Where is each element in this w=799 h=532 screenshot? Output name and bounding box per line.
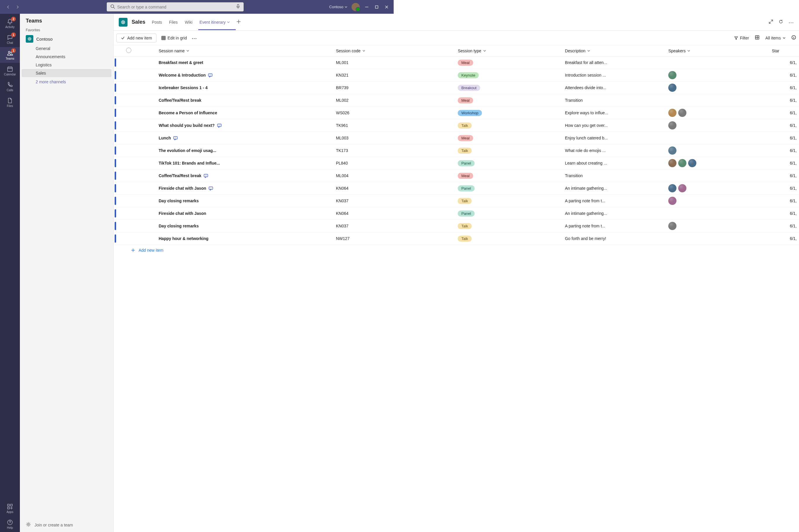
channel-item[interactable]: Logistics xyxy=(20,61,113,69)
overflow-icon[interactable] xyxy=(191,36,197,40)
session-code: KN064 xyxy=(334,207,394,220)
table-row[interactable]: Welcome & Introduction KN321KeynoteIntro… xyxy=(113,69,394,81)
session-name: Become a Person of Influence xyxy=(159,111,217,115)
comments-icon[interactable] xyxy=(208,187,213,191)
search-input[interactable] xyxy=(117,5,236,10)
table-row[interactable]: Happy hour & networkingNW127TalkGo forth… xyxy=(113,232,394,245)
rail-item-teams[interactable]: Teams1 xyxy=(0,47,20,63)
edit-in-grid-button[interactable]: Edit in grid xyxy=(161,36,187,40)
rail-item-calendar[interactable]: Calendar xyxy=(0,63,20,79)
svg-point-65 xyxy=(210,188,210,188)
search-box[interactable] xyxy=(107,2,244,12)
nav-forward-icon[interactable] xyxy=(14,3,21,11)
rail-item-chat[interactable]: Chat1 xyxy=(0,31,20,47)
row-accent xyxy=(115,58,116,66)
check-icon xyxy=(121,36,125,40)
comments-icon[interactable] xyxy=(217,124,222,128)
org-switcher[interactable]: Contoso xyxy=(329,5,348,9)
table-row[interactable]: Become a Person of InfluenceWS026Worksho… xyxy=(113,107,394,119)
session-name: Icebreaker Sessions 1 - 4 xyxy=(159,86,207,90)
session-code: KN037 xyxy=(334,195,394,207)
channel-item[interactable]: Sales xyxy=(22,69,111,77)
channel-name: Sales xyxy=(132,19,145,25)
svg-rect-5 xyxy=(375,5,378,8)
col-session-code[interactable]: Session code xyxy=(334,45,394,56)
row-accent xyxy=(115,234,116,243)
row-accent xyxy=(115,184,116,192)
add-tab-button[interactable] xyxy=(236,19,241,25)
tab-label: Event itinerary xyxy=(200,20,225,24)
svg-point-67 xyxy=(211,188,212,188)
tab-event-itinerary[interactable]: Event itinerary xyxy=(199,15,230,30)
svg-point-54 xyxy=(219,125,219,126)
tab-posts[interactable]: Posts xyxy=(151,15,163,30)
row-accent xyxy=(115,197,116,205)
session-code: ML003 xyxy=(334,132,394,145)
mic-icon[interactable] xyxy=(236,4,240,10)
rail-item-calls[interactable]: Calls xyxy=(0,79,20,94)
rail-badge: 2 xyxy=(11,17,16,21)
table-row[interactable]: Lunch ML003MealEnjoy lunch catered b...6… xyxy=(113,132,394,145)
svg-point-59 xyxy=(176,138,176,138)
rail-badge: 1 xyxy=(11,33,16,37)
comments-icon[interactable] xyxy=(173,136,178,140)
select-all[interactable] xyxy=(124,45,156,56)
svg-point-25 xyxy=(123,21,124,23)
rail-item-files[interactable]: Files xyxy=(0,94,20,110)
table-row[interactable]: Day closing remarksKN037TalkA parting no… xyxy=(113,220,394,232)
session-code: ML001 xyxy=(334,56,394,69)
row-accent xyxy=(115,109,116,117)
rail-item-activity[interactable]: Activity2 xyxy=(0,16,20,31)
add-new-label: Add new item xyxy=(127,36,152,40)
tab-label: Wiki xyxy=(185,20,192,24)
files-icon xyxy=(7,97,13,104)
favorites-label: Favorites xyxy=(20,26,113,33)
search-icon xyxy=(110,4,115,10)
session-name: The evolution of emoji usag... xyxy=(159,148,216,153)
tab-files[interactable]: Files xyxy=(168,15,179,30)
title-bar: Contoso xyxy=(0,0,394,14)
row-accent xyxy=(115,83,116,92)
table-row[interactable]: Day closing remarksKN037TalkA parting no… xyxy=(113,195,394,207)
table-row[interactable]: TikTok 101: Brands and Influe...PL840Pan… xyxy=(113,157,394,170)
add-new-item-footer[interactable]: Add new item xyxy=(113,245,394,255)
table-row[interactable]: The evolution of emoji usag...TK173TalkW… xyxy=(113,145,394,157)
row-accent xyxy=(115,159,116,167)
session-code: KN321 xyxy=(334,69,394,81)
edit-grid-label: Edit in grid xyxy=(168,36,187,40)
session-name: Breakfast meet & greet xyxy=(159,60,203,65)
table-row[interactable]: What should you build next? TK961TalkHow… xyxy=(113,119,394,132)
svg-point-39 xyxy=(194,38,195,39)
teams-panel-title: Teams xyxy=(20,14,113,26)
col-session-name[interactable]: Session name xyxy=(156,45,333,56)
nav-back-icon[interactable] xyxy=(5,3,12,11)
session-code: WS026 xyxy=(334,107,394,119)
window-minimize-icon[interactable] xyxy=(364,4,370,10)
table-row[interactable]: Coffee/Tea/Rest breakML002MealTransition… xyxy=(113,94,394,107)
svg-point-61 xyxy=(205,175,205,176)
team-row[interactable]: Contoso xyxy=(20,33,113,44)
user-avatar[interactable] xyxy=(352,3,360,11)
comments-icon[interactable] xyxy=(208,73,212,77)
comments-icon[interactable] xyxy=(204,174,208,178)
channel-item[interactable]: Announcements xyxy=(20,53,113,61)
table-row[interactable]: Fireside chat with JasonKN064PanelAn int… xyxy=(113,207,394,220)
table-row[interactable]: Icebreaker Sessions 1 - 4BR739BreakoutAt… xyxy=(113,81,394,94)
more-channels-link[interactable]: 2 more channels xyxy=(20,77,113,86)
session-code: BR739 xyxy=(334,81,394,94)
table-row[interactable]: Coffee/Tea/Rest break ML004MealTransitio… xyxy=(113,170,394,182)
rail-item-label: Activity xyxy=(5,25,15,28)
svg-point-55 xyxy=(220,125,220,126)
table-row[interactable]: Fireside chat with Jason KN064PanelAn in… xyxy=(113,182,394,195)
session-name: What should you build next? xyxy=(159,123,215,128)
window-close-icon[interactable] xyxy=(384,4,390,10)
table-row[interactable]: Breakfast meet & greetML001MealBreakfast… xyxy=(113,56,394,69)
svg-rect-2 xyxy=(237,4,239,7)
channel-item[interactable]: General xyxy=(20,44,113,53)
add-new-item-button[interactable]: Add new item xyxy=(116,34,156,42)
row-accent xyxy=(115,71,116,79)
plus-icon xyxy=(131,248,135,252)
tab-wiki[interactable]: Wiki xyxy=(184,15,193,30)
window-maximize-icon[interactable] xyxy=(374,4,379,10)
row-accent xyxy=(115,121,116,130)
